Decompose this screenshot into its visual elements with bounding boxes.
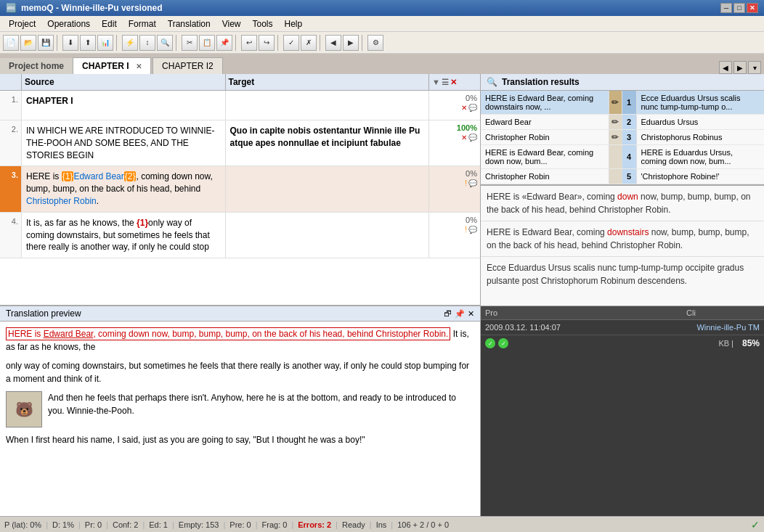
- minimize-button[interactable]: ─: [720, 3, 732, 13]
- maximize-button[interactable]: □: [733, 3, 745, 13]
- seg-tgt-4[interactable]: [226, 213, 430, 258]
- tr-row-2[interactable]: Edward Bear ✏ 2 Eduardus Ursus: [481, 115, 764, 130]
- seg-meta-4: 0% ! 💬: [429, 213, 480, 258]
- seg-src-3[interactable]: HERE is {1}Edward Bear{2}, coming down n…: [22, 166, 226, 211]
- segment-row[interactable]: 4. It is, as far as he knows, the {1}onl…: [0, 213, 480, 258]
- menu-help[interactable]: Help: [279, 17, 309, 30]
- menu-operations[interactable]: Operations: [41, 17, 96, 30]
- tb-tm[interactable]: 🔍: [157, 35, 173, 51]
- tr-edit-icon-1[interactable]: ✏: [609, 91, 622, 114]
- tab-menu-button[interactable]: ▾: [748, 61, 761, 74]
- tr-tgt-5: 'Christophore Robine!': [637, 169, 765, 184]
- close-button[interactable]: ✕: [747, 3, 758, 13]
- menu-edit[interactable]: Edit: [96, 17, 123, 30]
- seg-reject-icon-1[interactable]: ✕: [461, 104, 467, 112]
- menu-format[interactable]: Format: [123, 17, 162, 30]
- seg-comment-icon-4[interactable]: 💬: [468, 226, 477, 234]
- tr-src-3: Christopher Robin: [481, 130, 609, 144]
- seg-comment-icon-3[interactable]: 💬: [468, 179, 477, 187]
- tb-stats[interactable]: 📊: [97, 35, 113, 51]
- tm-cli-label: Cli: [622, 308, 760, 317]
- filter-all-icon[interactable]: ☰: [442, 78, 449, 87]
- segment-row[interactable]: 1. CHAPTER I 0% ✕ 💬: [0, 91, 480, 120]
- menu-tools[interactable]: Tools: [246, 17, 278, 30]
- seg-tgt-3[interactable]: [226, 166, 430, 211]
- tb-next[interactable]: ▶: [343, 35, 359, 51]
- pct-badge-3: 0%: [466, 169, 477, 178]
- seg-src-4[interactable]: It is, as far as he knows, the {1}only w…: [22, 213, 226, 258]
- preview-close-icon[interactable]: ✕: [468, 309, 474, 319]
- status-ed: Ed: 1: [149, 520, 168, 529]
- seg-icons-1: ✕ 💬: [461, 104, 477, 112]
- tr-num-3: 3: [622, 130, 637, 144]
- tb-export[interactable]: ⬆: [80, 35, 96, 51]
- tb-open[interactable]: 📂: [20, 35, 36, 51]
- tb-import[interactable]: ⬇: [62, 35, 78, 51]
- tb-save[interactable]: 💾: [38, 35, 54, 51]
- tm-icons-row: ✓ ✓ KB | 85%: [481, 335, 764, 351]
- translation-results-header: 🔍 Translation results: [481, 74, 764, 91]
- tb-paste[interactable]: 📌: [216, 35, 232, 51]
- tm-percent: 85%: [742, 338, 760, 348]
- seg-warning-icon-4[interactable]: !: [465, 226, 467, 234]
- tb-confirm[interactable]: ✓: [283, 35, 299, 51]
- tb-cut[interactable]: ✂: [182, 35, 198, 51]
- preview-image: 🐻: [6, 391, 42, 427]
- seg-comment-icon-1[interactable]: 💬: [468, 104, 477, 112]
- window-controls: ─ □ ✕: [720, 3, 758, 13]
- seg-icons-2: ✕ 💬: [461, 134, 477, 142]
- tb-undo[interactable]: ↩: [241, 35, 257, 51]
- tr-downstairs-highlight: downstairs: [607, 227, 649, 237]
- menu-project[interactable]: Project: [3, 17, 41, 30]
- segment-row[interactable]: 2. IN WHICH WE ARE INTRODUCED TO WINNIE-…: [0, 120, 480, 166]
- seg-tgt-2[interactable]: Quo in capite nobis ostentantur Winnie i…: [226, 120, 430, 165]
- seg-comment-icon-2[interactable]: 💬: [468, 134, 477, 142]
- tb-pretranslate[interactable]: ⚡: [122, 35, 138, 51]
- seg-meta-2: 100% ✕ 💬: [429, 120, 480, 165]
- seg-src-2[interactable]: IN WHICH WE ARE INTRODUCED TO WINNIE-THE…: [22, 120, 226, 165]
- tr-edit-icon-3[interactable]: ✏: [609, 130, 622, 144]
- seg-reject-icon-2[interactable]: ✕: [461, 134, 467, 142]
- tb-reject[interactable]: ✗: [301, 35, 317, 51]
- tb-align[interactable]: ↕: [139, 35, 155, 51]
- tr-edit-icon-5[interactable]: [609, 169, 622, 184]
- tab-next-button[interactable]: ▶: [733, 61, 747, 74]
- seg-meta-1: 0% ✕ 💬: [429, 91, 480, 120]
- tr-row-5[interactable]: Christopher Robin 5 'Christophore Robine…: [481, 169, 764, 184]
- tb-prev[interactable]: ◀: [325, 35, 341, 51]
- seg-src-1[interactable]: CHAPTER I: [22, 91, 226, 120]
- tab-chapter1[interactable]: CHAPTER I ✕: [73, 57, 151, 74]
- tab-chapter2[interactable]: CHAPTER I2: [153, 57, 223, 74]
- toolbar-sep2: [116, 35, 119, 51]
- tr-edit-icon-4[interactable]: [609, 145, 622, 168]
- filter-icon[interactable]: ▼: [432, 78, 440, 86]
- toolbar-sep6: [320, 35, 322, 51]
- tab-close-chapter1[interactable]: ✕: [136, 62, 142, 70]
- seg-icons-3: ! 💬: [465, 179, 477, 187]
- filter-clear-icon[interactable]: ✕: [450, 78, 457, 87]
- preview-header: Translation preview 🗗 📌 ✕: [0, 306, 480, 322]
- preview-restore-icon[interactable]: 🗗: [444, 309, 452, 319]
- toolbar-sep5: [277, 35, 280, 51]
- status-ins: Ins: [376, 520, 387, 529]
- menu-translation[interactable]: Translation: [162, 17, 216, 30]
- segment-row-active[interactable]: 3. HERE is {1}Edward Bear{2}, coming dow…: [0, 166, 480, 212]
- tb-copy[interactable]: 📋: [199, 35, 215, 51]
- tr-num-5: 5: [622, 169, 637, 184]
- tb-new[interactable]: 📄: [3, 35, 19, 51]
- tb-settings[interactable]: ⚙: [367, 35, 383, 51]
- tr-row-3[interactable]: Christopher Robin ✏ 3 Christophorus Robi…: [481, 130, 764, 145]
- preview-pin-icon[interactable]: 📌: [455, 309, 465, 319]
- tr-row-1[interactable]: HERE is Edward Bear, coming downstairs n…: [481, 91, 764, 115]
- tb-redo[interactable]: ↪: [259, 35, 275, 51]
- seg-warning-icon-3[interactable]: !: [465, 179, 467, 187]
- tab-prev-button[interactable]: ◀: [719, 61, 732, 74]
- seg-tgt-1[interactable]: [226, 91, 430, 120]
- tr-row-4[interactable]: HERE is Edward Bear, coming down now, bu…: [481, 145, 764, 169]
- tab-project-home[interactable]: Project home: [0, 58, 73, 74]
- pct-badge-2: 100%: [457, 123, 477, 132]
- seg-num-3: 3.: [0, 166, 22, 211]
- preview-highlighted-text: HERE is Edward Bear, coming down now, bu…: [6, 327, 450, 340]
- tr-edit-icon-2[interactable]: ✏: [609, 115, 622, 129]
- menu-view[interactable]: View: [216, 17, 247, 30]
